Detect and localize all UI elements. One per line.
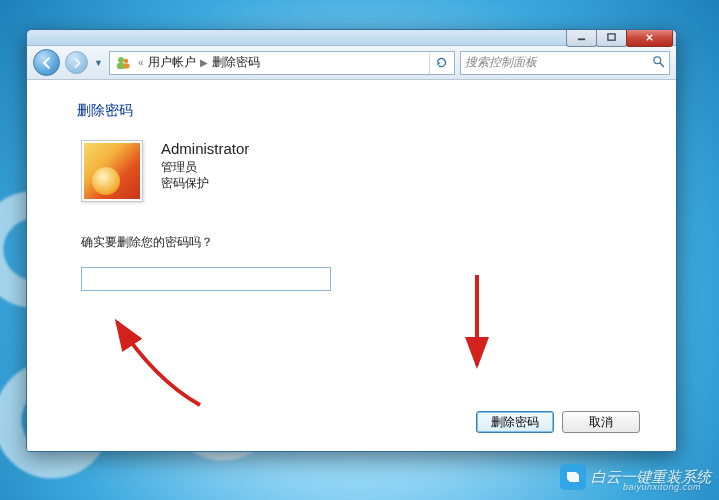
- maximize-button[interactable]: [596, 29, 627, 47]
- delete-password-button[interactable]: 删除密码: [476, 411, 554, 433]
- account-protection: 密码保护: [161, 175, 249, 191]
- refresh-icon: [435, 56, 448, 69]
- close-button[interactable]: [626, 29, 673, 47]
- svg-rect-0: [578, 38, 585, 40]
- nav-row: ▼ « 用户帐户 ▶ 删除密码 搜索控制面板: [27, 46, 676, 80]
- content-area: 删除密码 Administrator 管理员 密码保护 确实要删除您的密码吗？ …: [27, 80, 676, 451]
- breadcrumb-level1[interactable]: 用户帐户: [148, 54, 196, 71]
- breadcrumb-level2[interactable]: 删除密码: [212, 54, 260, 71]
- close-icon: [644, 33, 655, 42]
- nav-forward-button[interactable]: [65, 51, 88, 74]
- minimize-button[interactable]: [566, 29, 597, 47]
- password-input[interactable]: [81, 267, 331, 291]
- annotation-arrow-button: [447, 270, 507, 380]
- watermark-url: baiyunxitong.com: [623, 482, 701, 492]
- confirm-prompt: 确实要删除您的密码吗？: [81, 234, 642, 251]
- button-row: 删除密码 取消: [77, 405, 642, 437]
- search-box[interactable]: 搜索控制面板: [460, 51, 670, 75]
- titlebar[interactable]: [27, 30, 676, 46]
- caption-buttons: [567, 29, 673, 47]
- avatar-image: [84, 143, 140, 199]
- watermark: 白云一键重装系统 baiyunxitong.com: [560, 464, 711, 490]
- chevron-right-icon: ▶: [196, 57, 212, 68]
- annotation-arrow-input: [85, 310, 225, 420]
- user-info: Administrator 管理员 密码保护: [161, 140, 249, 191]
- watermark-badge-icon: [560, 464, 586, 490]
- breadcrumb-bar[interactable]: « 用户帐户 ▶ 删除密码: [109, 51, 455, 75]
- arrow-right-icon: [72, 58, 82, 68]
- account-name: Administrator: [161, 140, 249, 157]
- arrow-left-icon: [41, 57, 53, 69]
- account-role: 管理员: [161, 159, 249, 175]
- page-title: 删除密码: [77, 102, 642, 120]
- refresh-button[interactable]: [429, 52, 452, 74]
- avatar: [81, 140, 143, 202]
- chevron-left-icon: «: [134, 57, 148, 68]
- control-panel-window: ▼ « 用户帐户 ▶ 删除密码 搜索控制面板 删除密码: [26, 29, 677, 452]
- user-accounts-icon: [115, 55, 131, 71]
- svg-rect-5: [124, 63, 130, 68]
- maximize-icon: [606, 33, 617, 42]
- user-block: Administrator 管理员 密码保护: [81, 140, 642, 202]
- svg-rect-1: [608, 34, 615, 40]
- nav-history-dropdown[interactable]: ▼: [93, 53, 104, 73]
- minimize-icon: [576, 33, 587, 42]
- svg-point-2: [118, 57, 124, 63]
- nav-back-button[interactable]: [33, 49, 60, 76]
- cancel-button[interactable]: 取消: [562, 411, 640, 433]
- search-placeholder: 搜索控制面板: [465, 54, 537, 71]
- search-icon: [652, 55, 665, 71]
- svg-point-4: [124, 58, 129, 63]
